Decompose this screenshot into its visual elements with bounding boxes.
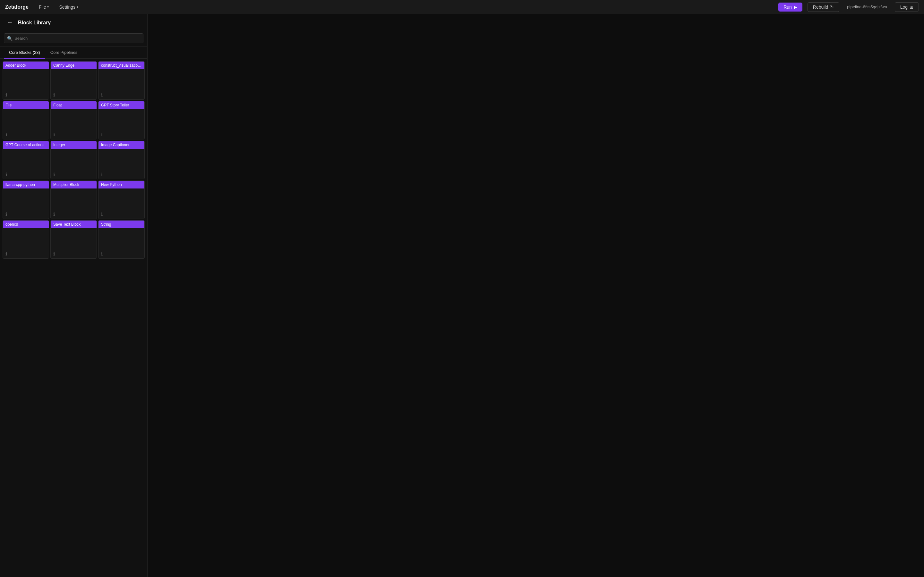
- info-icon[interactable]: ℹ: [5, 251, 7, 256]
- block-card-label: New Python: [99, 181, 144, 189]
- block-card-body: ℹ: [99, 149, 144, 179]
- block-card-body: ℹ: [3, 149, 49, 179]
- settings-menu-chevron: ▾: [77, 5, 78, 9]
- block-card[interactable]: Image Captionerℹ: [98, 141, 145, 179]
- block-card[interactable]: Adder Blockℹ: [3, 61, 49, 100]
- block-card[interactable]: construct_visualization_dataℹ: [98, 61, 145, 100]
- log-icon: ⊞: [909, 5, 913, 10]
- block-card-label: GPT Story Teller: [99, 101, 144, 109]
- block-card[interactable]: llama-cpp-pythonℹ: [3, 181, 49, 219]
- block-card[interactable]: Multiplier Blockℹ: [50, 181, 97, 219]
- block-card-label: llama-cpp-python: [3, 181, 49, 189]
- log-label: Log: [900, 5, 908, 10]
- block-card-body: ℹ: [3, 109, 49, 139]
- search-container: 🔍: [0, 30, 147, 47]
- block-card-label: GPT Course of actions: [3, 141, 49, 149]
- info-icon[interactable]: ℹ: [5, 172, 7, 177]
- block-card-body: ℹ: [3, 189, 49, 219]
- block-card-body: ℹ: [51, 228, 97, 258]
- search-input[interactable]: [4, 33, 144, 43]
- block-card-label: Integer: [51, 141, 97, 149]
- block-card-body: ℹ: [99, 189, 144, 219]
- rebuild-icon: ↻: [830, 5, 834, 10]
- info-icon[interactable]: ℹ: [101, 172, 103, 177]
- block-card-label: Float: [51, 101, 97, 109]
- rebuild-label: Rebuild: [813, 5, 828, 10]
- block-card-body: ℹ: [51, 69, 97, 99]
- tabs: Core Blocks (23) Core Pipelines: [0, 47, 147, 59]
- block-card-body: ℹ: [99, 69, 144, 99]
- block-card[interactable]: GPT Story Tellerℹ: [98, 101, 145, 139]
- block-card-label: Save Text Block: [51, 221, 97, 228]
- tab-core-blocks[interactable]: Core Blocks (23): [4, 47, 45, 59]
- info-icon[interactable]: ℹ: [101, 132, 103, 137]
- topbar: Zetaforge File ▾ Settings ▾ Run ▶ Rebuil…: [0, 0, 924, 14]
- block-card-label: String: [99, 221, 144, 228]
- main-layout: ← Block Library 🔍 Core Blocks (23) Core …: [0, 14, 924, 577]
- run-icon: ▶: [794, 5, 797, 10]
- search-icon: 🔍: [7, 36, 13, 41]
- block-card-body: ℹ: [51, 109, 97, 139]
- pipeline-id: pipeline-6fss5gdjzfwa: [845, 5, 889, 9]
- block-card[interactable]: Canny Edgeℹ: [50, 61, 97, 100]
- info-icon[interactable]: ℹ: [5, 211, 7, 217]
- canvas[interactable]: [148, 14, 924, 577]
- block-card-label: construct_visualization_data: [99, 61, 144, 69]
- info-icon[interactable]: ℹ: [53, 211, 55, 217]
- block-card-label: File: [3, 101, 49, 109]
- block-card[interactable]: GPT Course of actionsℹ: [3, 141, 49, 179]
- info-icon[interactable]: ℹ: [53, 172, 55, 177]
- block-card-body: ℹ: [99, 228, 144, 258]
- block-card-label: Adder Block: [3, 61, 49, 69]
- block-card[interactable]: Stringℹ: [98, 220, 145, 259]
- block-card[interactable]: Integerℹ: [50, 141, 97, 179]
- block-card-label: Canny Edge: [51, 61, 97, 69]
- settings-menu[interactable]: Settings ▾: [57, 3, 81, 11]
- block-card-label: Image Captioner: [99, 141, 144, 149]
- block-card-body: ℹ: [51, 189, 97, 219]
- file-menu[interactable]: File ▾: [36, 3, 52, 11]
- block-grid: Adder BlockℹCanny Edgeℹconstruct_visuali…: [0, 59, 147, 577]
- info-icon[interactable]: ℹ: [101, 251, 103, 256]
- info-icon[interactable]: ℹ: [101, 92, 103, 97]
- info-icon[interactable]: ℹ: [53, 92, 55, 97]
- app-logo: Zetaforge: [5, 4, 29, 10]
- sidebar: ← Block Library 🔍 Core Blocks (23) Core …: [0, 14, 148, 577]
- block-card[interactable]: Floatℹ: [50, 101, 97, 139]
- sidebar-title: Block Library: [18, 20, 51, 26]
- info-icon[interactable]: ℹ: [5, 132, 7, 137]
- info-icon[interactable]: ℹ: [5, 92, 7, 97]
- rebuild-button[interactable]: Rebuild ↻: [808, 2, 839, 12]
- file-menu-chevron: ▾: [47, 5, 49, 9]
- block-card-body: ℹ: [3, 228, 49, 258]
- run-label: Run: [783, 5, 792, 10]
- run-button[interactable]: Run ▶: [779, 3, 803, 11]
- settings-menu-label: Settings: [59, 5, 75, 10]
- block-card-label: opencd: [3, 221, 49, 228]
- block-card[interactable]: Fileℹ: [3, 101, 49, 139]
- back-button[interactable]: ←: [5, 19, 15, 27]
- log-button[interactable]: Log ⊞: [895, 2, 919, 12]
- sidebar-header: ← Block Library: [0, 14, 147, 30]
- block-card[interactable]: Save Text Blockℹ: [50, 220, 97, 259]
- block-card-body: ℹ: [3, 69, 49, 99]
- file-menu-label: File: [39, 5, 46, 10]
- block-card[interactable]: New Pythonℹ: [98, 181, 145, 219]
- block-card-body: ℹ: [51, 149, 97, 179]
- block-card-body: ℹ: [99, 109, 144, 139]
- block-card-label: Multiplier Block: [51, 181, 97, 189]
- info-icon[interactable]: ℹ: [101, 211, 103, 217]
- info-icon[interactable]: ℹ: [53, 251, 55, 256]
- info-icon[interactable]: ℹ: [53, 132, 55, 137]
- block-card[interactable]: opencdℹ: [3, 220, 49, 259]
- tab-core-pipelines[interactable]: Core Pipelines: [45, 47, 83, 59]
